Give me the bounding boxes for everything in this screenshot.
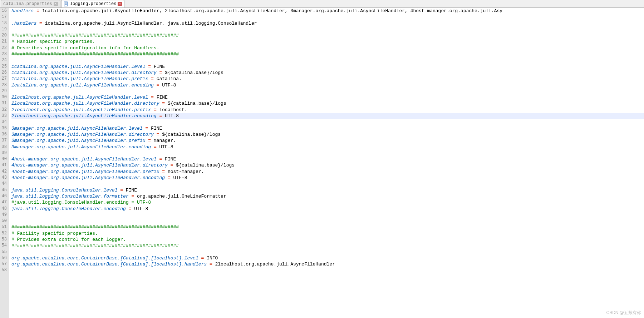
line-number: 16 [1, 8, 7, 14]
property-value: manager. [151, 138, 176, 143]
property-key: 2localhost.org.apache.juli.AsyncFileHand… [11, 113, 159, 119]
line-number: 21 [1, 39, 7, 45]
tab-logging-properties[interactable]: logging.properties ✕ [61, 0, 125, 8]
code-line[interactable]: 4host-manager.org.apache.juli.AsyncFileH… [11, 162, 644, 168]
code-line[interactable] [11, 218, 644, 224]
equals-sign: = [210, 262, 212, 267]
code-line[interactable]: ########################################… [11, 224, 644, 230]
property-value: UTF-8 [157, 144, 173, 150]
editor: 1617181920212223242526272829303132333435… [0, 8, 644, 318]
code-line[interactable]: .handlers = 1catalina.org.apache.juli.As… [11, 20, 644, 26]
code-line[interactable]: # Describes specific configuration info … [11, 45, 644, 51]
code-line[interactable]: # Handler specific properties. [11, 39, 644, 45]
code-line[interactable]: 4host-manager.org.apache.juli.AsyncFileH… [11, 175, 644, 181]
code-line[interactable]: 3manager.org.apache.juli.AsyncFileHandle… [11, 125, 644, 131]
property-value: 1catalina.org.apache.juli.AsyncFileHandl… [42, 21, 257, 26]
tab-catalina-properties[interactable]: catalina.properties ✕ [1, 0, 60, 8]
code-line[interactable] [11, 212, 644, 218]
code-line[interactable]: 3manager.org.apache.juli.AsyncFileHandle… [11, 131, 644, 138]
equals-sign: = [162, 169, 165, 174]
code-line[interactable] [11, 150, 644, 156]
svg-rect-0 [64, 2, 68, 6]
line-number: 28 [1, 82, 7, 88]
code-line[interactable] [11, 181, 644, 187]
code-line[interactable]: 2localhost.org.apache.juli.AsyncFileHand… [11, 113, 644, 119]
code-line[interactable]: 1catalina.org.apache.juli.AsyncFileHandl… [11, 70, 644, 76]
line-number: 53 [1, 237, 7, 243]
code-line[interactable]: 2localhost.org.apache.juli.AsyncFileHand… [11, 100, 644, 106]
code-line[interactable]: org.apache.catalina.core.ContainerBase.[… [11, 255, 644, 261]
file-icon [64, 1, 69, 6]
property-value: FINE [151, 64, 165, 69]
line-number: 32 [1, 107, 7, 113]
line-number: 33 [1, 113, 7, 119]
property-value: ${catalina.base}/logs [173, 163, 235, 168]
line-number: 36 [1, 131, 7, 138]
code-line[interactable]: 2localhost.org.apache.juli.AsyncFileHand… [11, 107, 644, 113]
code-line[interactable]: 3manager.org.apache.juli.AsyncFileHandle… [11, 138, 644, 144]
property-key: 4host-manager.org.apache.juli.AsyncFileH… [11, 175, 168, 180]
close-icon[interactable]: ✕ [118, 2, 122, 6]
comment-text: # Facility specific properties. [11, 231, 98, 236]
code-line[interactable]: ########################################… [11, 243, 644, 249]
property-key: 1catalina.org.apache.juli.AsyncFileHandl… [11, 83, 157, 88]
code-line[interactable]: java.util.logging.ConsoleHandler.encodin… [11, 206, 644, 212]
code-line[interactable]: handlers = 1catalina.org.apache.juli.Asy… [11, 8, 644, 14]
property-key: 1catalina.org.apache.juli.AsyncFileHandl… [11, 70, 159, 75]
code-line[interactable]: java.util.logging.ConsoleHandler.formatt… [11, 193, 644, 199]
property-key: 2localhost.org.apache.juli.AsyncFileHand… [11, 107, 154, 113]
line-number: 57 [1, 261, 7, 267]
property-key: .handlers [11, 21, 39, 26]
code-line[interactable] [11, 267, 644, 273]
tab-label: catalina.properties [3, 1, 52, 6]
line-number: 43 [1, 175, 7, 181]
property-key: 1catalina.org.apache.juli.AsyncFileHandl… [11, 64, 148, 69]
property-key: 3manager.org.apache.juli.AsyncFileHandle… [11, 144, 154, 150]
code-line[interactable]: 2localhost.org.apache.juli.AsyncFileHand… [11, 94, 644, 100]
code-line[interactable] [11, 249, 644, 255]
code-line[interactable]: 4host-manager.org.apache.juli.AsyncFileH… [11, 156, 644, 162]
property-key: handlers [11, 8, 36, 14]
property-value: ${catalina.base}/logs [165, 101, 226, 106]
code-area[interactable]: handlers = 1catalina.org.apache.juli.Asy… [9, 8, 644, 318]
close-icon[interactable]: ✕ [54, 2, 58, 6]
comment-text: ########################################… [11, 51, 179, 57]
code-line[interactable] [11, 88, 644, 94]
line-number: 51 [1, 224, 7, 230]
code-line[interactable] [11, 119, 644, 125]
property-key: java.util.logging.ConsoleHandler.encodin… [11, 206, 129, 212]
code-line[interactable]: 1catalina.org.apache.juli.AsyncFileHandl… [11, 76, 644, 82]
code-line[interactable] [11, 57, 644, 63]
code-line[interactable]: 3manager.org.apache.juli.AsyncFileHandle… [11, 144, 644, 150]
equals-sign: = [148, 138, 151, 143]
line-number: 42 [1, 169, 7, 175]
line-number: 54 [1, 243, 7, 249]
code-line[interactable] [11, 14, 644, 20]
line-number: 24 [1, 57, 7, 63]
code-line[interactable]: java.util.logging.ConsoleHandler.level =… [11, 187, 644, 193]
equals-sign: = [120, 188, 123, 193]
code-line[interactable]: ########################################… [11, 51, 644, 57]
line-number: 19 [1, 26, 7, 33]
code-line[interactable]: 1catalina.org.apache.juli.AsyncFileHandl… [11, 64, 644, 70]
equals-sign: = [154, 144, 157, 150]
equals-sign: = [39, 21, 42, 26]
property-key: 4host-manager.org.apache.juli.AsyncFileH… [11, 169, 162, 174]
property-value: catalina. [154, 76, 182, 81]
tab-bar: catalina.properties ✕ logging.properties… [0, 0, 644, 8]
code-line[interactable]: # Facility specific properties. [11, 230, 644, 237]
code-line[interactable]: org.apache.catalina.core.ContainerBase.[… [11, 261, 644, 267]
property-key: 3manager.org.apache.juli.AsyncFileHandle… [11, 126, 145, 131]
code-line[interactable]: #java.util.logging.ConsoleHandler.encodi… [11, 199, 644, 205]
property-value: ${catalina.base}/logs [159, 132, 221, 137]
code-line[interactable]: ########################################… [11, 33, 644, 39]
code-line[interactable] [11, 26, 644, 33]
line-number: 23 [1, 51, 7, 57]
line-number: 47 [1, 199, 7, 205]
code-line[interactable]: 1catalina.org.apache.juli.AsyncFileHandl… [11, 82, 644, 88]
code-line[interactable]: # Provides extra control for each logger… [11, 237, 644, 243]
line-number: 20 [1, 33, 7, 39]
comment-text: # Provides extra control for each logger… [11, 237, 126, 242]
line-number: 17 [1, 14, 7, 20]
code-line[interactable]: 4host-manager.org.apache.juli.AsyncFileH… [11, 169, 644, 175]
